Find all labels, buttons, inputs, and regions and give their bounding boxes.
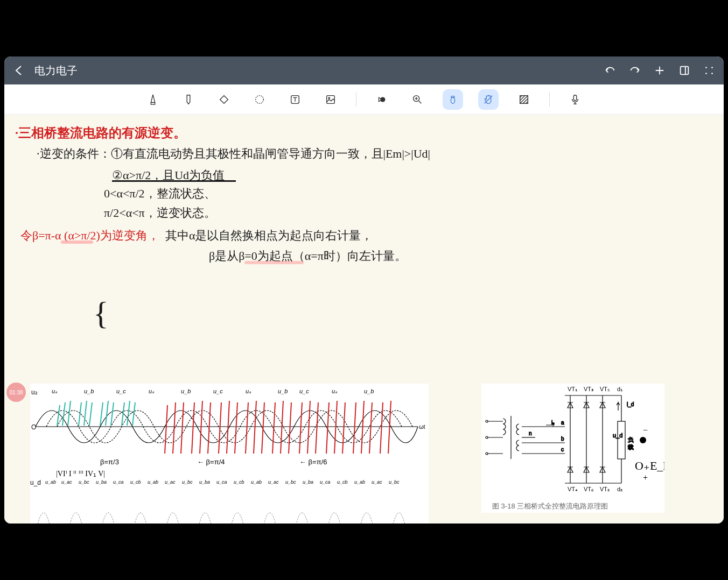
svg-text:u_d: u_d <box>30 479 41 486</box>
condition-line-1: ·逆变的条件：①有直流电动势且其极性和晶闸管导通方向一致，且|Em|>|Ud| <box>37 146 430 162</box>
svg-text:u_ba: u_ba <box>96 479 107 485</box>
svg-line-37 <box>106 401 108 426</box>
note-canvas[interactable]: ·三相桥整流电路的有源逆变。 ·逆变的条件：①有直流电动势且其极性和晶闸管导通方… <box>4 115 724 524</box>
mic-tool[interactable] <box>565 89 585 110</box>
svg-point-3 <box>711 67 713 68</box>
more-icon[interactable] <box>703 65 715 76</box>
svg-text:u_ac: u_ac <box>268 479 279 485</box>
svg-line-58 <box>307 401 310 454</box>
svg-text:u_bc: u_bc <box>285 479 296 485</box>
svg-text:← β=π/6: ← β=π/6 <box>299 458 327 466</box>
svg-text:u_bc: u_bc <box>389 479 400 485</box>
add-icon[interactable] <box>654 65 666 76</box>
layout-icon[interactable] <box>678 65 690 76</box>
svg-text:u_b: u_b <box>181 388 191 394</box>
document-title: 电力电子 <box>34 63 604 78</box>
svg-point-108 <box>486 452 488 455</box>
highlight-mark <box>61 241 93 244</box>
svg-text:−: − <box>643 426 648 435</box>
svg-line-51 <box>246 402 248 454</box>
brace-symbol: { <box>93 295 109 332</box>
eraser-tool[interactable] <box>214 89 234 110</box>
svg-text:载: 载 <box>628 444 634 450</box>
lasso-tool[interactable] <box>249 89 270 110</box>
text-tool[interactable] <box>285 89 305 110</box>
undo-icon[interactable] <box>604 65 616 76</box>
redo-icon[interactable] <box>629 65 641 76</box>
svg-text:u_c: u_c <box>213 388 223 394</box>
svg-point-5 <box>711 73 713 74</box>
svg-text:ωt: ωt <box>419 423 425 430</box>
svg-line-67 <box>388 401 391 454</box>
svg-text:u_c: u_c <box>299 388 309 394</box>
hand-tool[interactable] <box>478 89 499 110</box>
svg-line-32 <box>68 401 71 426</box>
svg-point-4 <box>705 73 707 74</box>
header-actions <box>604 65 715 76</box>
svg-line-65 <box>369 402 372 454</box>
svg-line-57 <box>299 402 302 454</box>
case-rectify: 0<α<π/2，整流状态、 <box>104 186 216 202</box>
svg-text:O: O <box>31 423 36 431</box>
highlight-mark-2 <box>244 261 304 264</box>
svg-text:u_bc: u_bc <box>79 479 89 485</box>
case-invert: π/2<α<π，逆变状态。 <box>104 205 216 221</box>
svg-text:d₂: d₂ <box>617 486 622 492</box>
highlighter-tool[interactable] <box>178 89 199 110</box>
svg-line-31 <box>62 402 65 426</box>
svg-text:u_ac: u_ac <box>372 479 382 485</box>
svg-point-107 <box>486 436 488 438</box>
svg-text:β=π/3: β=π/3 <box>100 458 119 466</box>
zoom-tool[interactable] <box>407 89 428 110</box>
svg-text:iₐ: iₐ <box>551 420 555 426</box>
svg-line-66 <box>380 402 383 454</box>
svg-text:u_ab: u_ab <box>354 479 365 485</box>
svg-line-42 <box>165 405 167 454</box>
svg-text:u_ab: u_ab <box>148 479 158 485</box>
svg-text:u_b: u_b <box>364 388 374 394</box>
svg-text:VT₅: VT₅ <box>600 386 610 392</box>
circuit-caption: 图 3-18 三相桥式全控整流电路原理图 <box>492 502 608 510</box>
svg-text:u_ac: u_ac <box>61 479 72 485</box>
svg-rect-15 <box>573 95 577 100</box>
svg-text:u_cb: u_cb <box>234 479 244 485</box>
svg-text:VT₆: VT₆ <box>584 486 594 492</box>
svg-line-61 <box>334 401 337 454</box>
laser-tool[interactable] <box>443 89 463 110</box>
svg-text:u_ca: u_ca <box>113 479 124 485</box>
svg-point-12 <box>451 97 454 103</box>
back-icon[interactable] <box>13 64 26 77</box>
svg-text:n: n <box>529 430 532 436</box>
svg-text:O₊E_M: O₊E_M <box>635 459 664 472</box>
svg-point-131 <box>640 437 646 443</box>
svg-line-35 <box>89 402 92 426</box>
svg-text:u_ab: u_ab <box>45 479 56 485</box>
svg-text:b: b <box>561 436 564 442</box>
svg-text:a: a <box>561 420 564 426</box>
svg-text:u_ba: u_ba <box>199 479 210 485</box>
svg-text:u_b: u_b <box>278 388 288 394</box>
svg-text:u_ca: u_ca <box>320 479 331 485</box>
svg-line-62 <box>342 402 345 454</box>
svg-text:c: c <box>561 447 564 452</box>
svg-point-9 <box>328 97 330 98</box>
pattern-tool[interactable] <box>514 89 534 110</box>
timestamp-badge[interactable]: 01:38 <box>6 383 26 402</box>
svg-line-44 <box>181 402 184 454</box>
svg-point-6 <box>256 95 264 103</box>
svg-text:u_ba: u_ba <box>303 479 313 485</box>
heading-line: ·三相桥整流电路的有源逆变。 <box>15 124 186 142</box>
image-tool[interactable] <box>320 89 341 110</box>
svg-text:+: + <box>643 473 648 482</box>
shape-tool[interactable] <box>372 89 392 110</box>
svg-text:uₐ: uₐ <box>332 388 338 394</box>
waveform-diagram: u₂ O ωt uₐu_bu_c uₐu_bu_c uₐu_bu_c uₐu_b <box>30 384 429 524</box>
pen-tool[interactable] <box>143 89 163 110</box>
beta-def-2: β是从β=0为起点（α=π时）向左计量。 <box>209 248 407 264</box>
axis-label: u₂ <box>31 388 38 396</box>
circuit-diagram: VT₁VT₃VT₅d₁ VT₄VT₆VT₂d₂ a n b c iₐ <box>481 384 664 513</box>
svg-line-30 <box>57 405 60 426</box>
svg-text:VT₄: VT₄ <box>568 486 578 492</box>
svg-line-40 <box>127 401 130 426</box>
svg-rect-0 <box>681 67 689 75</box>
